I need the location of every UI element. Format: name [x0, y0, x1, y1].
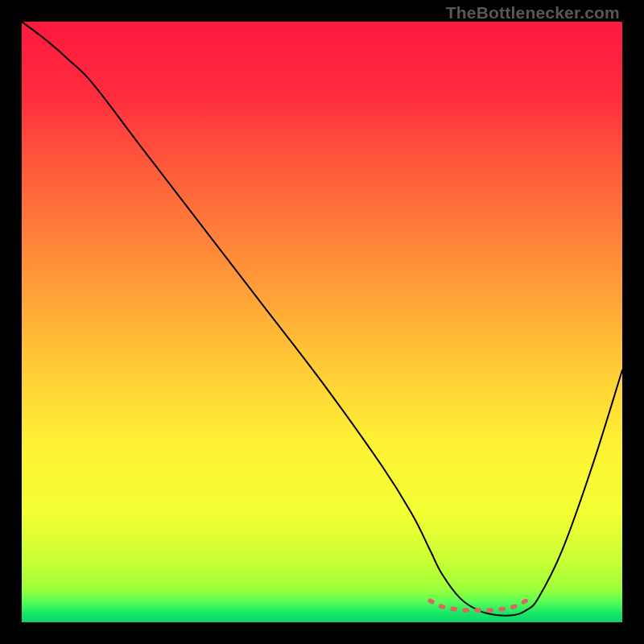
gradient-background [22, 22, 622, 622]
watermark-text: TheBottlenecker.com [446, 3, 620, 23]
chart-frame [22, 22, 622, 622]
chart-plot [22, 22, 622, 622]
